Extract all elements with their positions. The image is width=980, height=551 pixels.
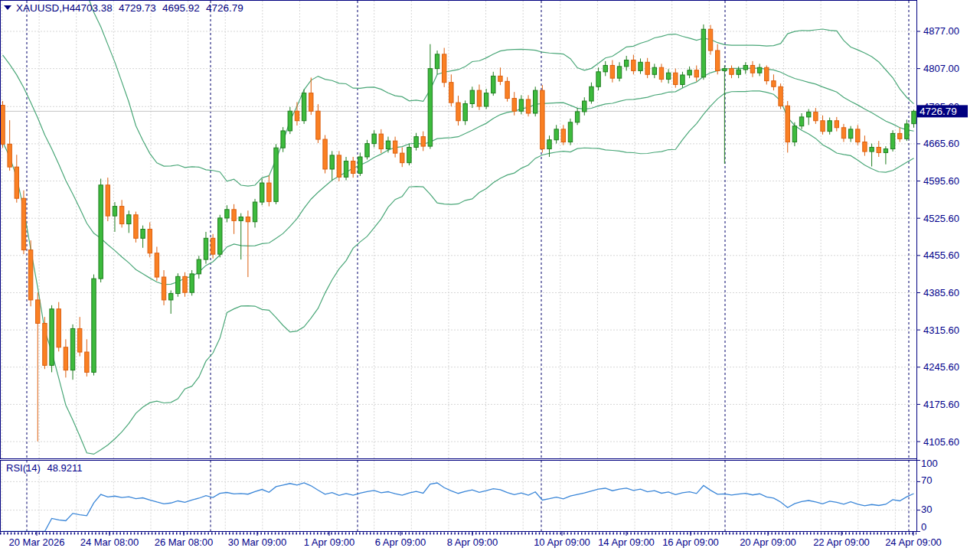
candle (848, 129, 852, 139)
candle (351, 161, 355, 174)
candle (28, 250, 32, 300)
date-label: 6 Apr 09:00 (375, 536, 426, 548)
candle (106, 185, 109, 216)
candle (379, 134, 383, 148)
candle (617, 67, 621, 78)
candle (694, 70, 698, 77)
candle (92, 279, 96, 372)
candle (772, 81, 776, 87)
bollinger-bands (3, 0, 914, 454)
candle (414, 137, 418, 148)
candle (674, 73, 678, 84)
candle (232, 210, 236, 221)
candle (197, 259, 201, 274)
candle (127, 215, 131, 224)
candle (688, 70, 691, 75)
candle (316, 111, 320, 139)
date-label: 10 Apr 09:00 (534, 536, 590, 548)
candle (134, 215, 138, 239)
upper-band (3, 0, 914, 186)
candle (470, 90, 474, 103)
rsi-tick-label: 0 (921, 521, 926, 533)
candle (463, 104, 467, 121)
date-label: 24 Mar 08:00 (80, 536, 139, 548)
candle (70, 328, 74, 370)
candle (50, 309, 54, 366)
candle (477, 90, 481, 106)
date-label: 24 Apr 09:00 (885, 536, 942, 548)
candle (449, 83, 453, 103)
price-tick-label: 4595.60 (923, 175, 959, 187)
candle (358, 157, 362, 174)
candle (708, 29, 712, 51)
candle (421, 137, 425, 147)
candle (659, 67, 663, 79)
candle (814, 112, 818, 121)
candle (750, 65, 754, 73)
candle (603, 65, 607, 71)
candle (912, 111, 916, 123)
candle (596, 72, 600, 86)
candle (541, 90, 544, 148)
date-label: 22 Apr 09:00 (813, 536, 870, 548)
symbol-dropdown-icon[interactable] (4, 5, 11, 10)
rsi-indicator-layer (1, 481, 916, 531)
candle (323, 139, 327, 169)
price-tick-label: 4175.60 (923, 399, 959, 410)
candle (666, 73, 670, 79)
candle (400, 153, 404, 163)
candle (36, 300, 40, 324)
candle (211, 238, 214, 254)
price-chart[interactable]: 4877.004807.004735.604665.604595.604525.… (0, 0, 980, 551)
svg-text:4726.79: 4726.79 (920, 106, 957, 117)
candle (344, 161, 348, 178)
candle (393, 141, 397, 153)
date-label: 20 Apr 09:00 (740, 536, 796, 548)
rsi-pane-border (1, 461, 917, 532)
candle (807, 112, 811, 117)
date-label: 30 Mar 09:00 (228, 536, 287, 548)
candle (652, 67, 656, 74)
candle (372, 134, 376, 144)
candle (85, 352, 89, 372)
date-label: 26 Mar 08:00 (155, 536, 214, 548)
candle (330, 155, 334, 169)
candle (288, 111, 292, 131)
candle (526, 99, 530, 113)
date-label: 20 Mar 2026 (9, 536, 65, 548)
candle (701, 29, 705, 77)
candle (547, 140, 551, 149)
candle (246, 217, 250, 222)
price-tick-label: 4245.60 (923, 361, 959, 373)
candle (786, 106, 789, 142)
candle (21, 198, 25, 249)
high-value: 4729.73 (119, 2, 156, 14)
price-tick-label: 4315.60 (923, 324, 959, 336)
candle (168, 294, 172, 300)
candle (204, 238, 207, 259)
candle (821, 121, 825, 132)
candle (492, 76, 495, 93)
candle (716, 51, 720, 70)
candle (337, 155, 341, 177)
rsi-tick-label: 100 (921, 458, 938, 469)
candle (281, 131, 285, 148)
candle (757, 67, 761, 73)
candle (610, 65, 614, 78)
candle (218, 218, 222, 254)
date-label: 1 Apr 09:00 (304, 536, 355, 548)
candle (743, 65, 747, 70)
candle (64, 347, 67, 370)
rsi-tick-label: 70 (921, 474, 932, 486)
price-tick-label: 4877.00 (923, 25, 959, 37)
rsi-line (3, 483, 914, 532)
candle (799, 117, 803, 126)
price-tick-label: 4665.60 (923, 138, 959, 149)
candle (590, 86, 593, 101)
candle (253, 202, 256, 222)
candle (505, 81, 509, 98)
candle (443, 54, 446, 83)
candle (141, 230, 145, 239)
candle (737, 70, 740, 74)
close-value: 4726.79 (206, 2, 243, 14)
